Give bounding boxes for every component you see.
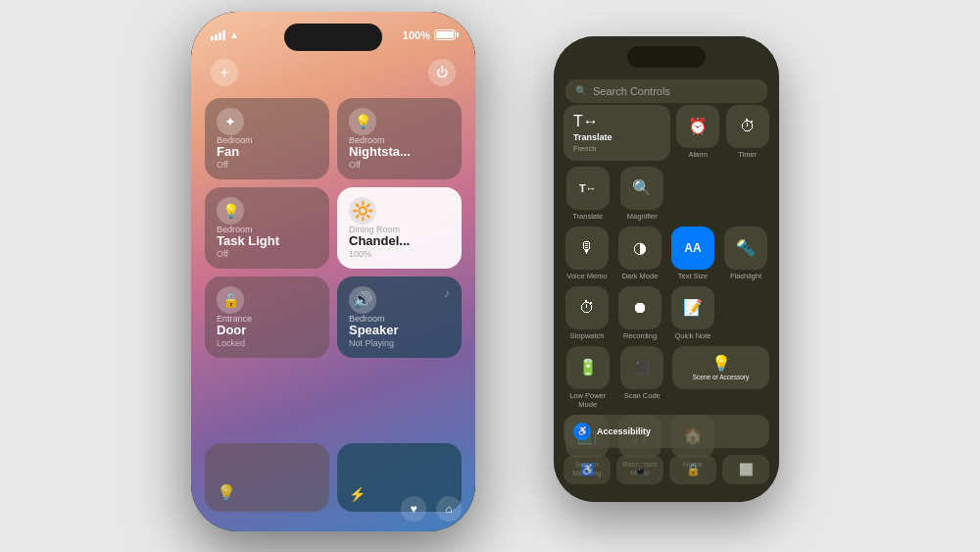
row-translate: T↔ Translate French ⏰ Alarm ⏱ xyxy=(564,105,769,161)
tile-name: Fan xyxy=(217,145,318,159)
access-btn-4[interactable]: ⬜ xyxy=(722,455,769,484)
dynamic-island xyxy=(284,24,382,51)
flashlight-icon: 🔦 xyxy=(736,238,756,257)
tile-top: ✦ xyxy=(217,108,318,135)
translate2-icon: T↔ xyxy=(579,182,597,194)
chandelier-icon: 🔆 xyxy=(349,197,376,225)
scene-button[interactable]: 💡 Scene or Accessory xyxy=(672,346,769,389)
low-power-icon: 🔋 xyxy=(578,358,598,376)
ctrl-voice-memo: 🎙 Voice Memo xyxy=(564,226,611,280)
tile-bottom: Bedroom Nightsta... Off xyxy=(349,135,450,170)
scan-code-button[interactable]: ⬛ xyxy=(620,346,663,389)
ctrl-text-size: AA Text Size xyxy=(669,226,716,280)
magnifier-button[interactable]: 🔍 xyxy=(620,167,663,210)
wifi-icon: ▲ xyxy=(229,29,239,40)
power-button[interactable]: ⏻ xyxy=(428,59,456,86)
translate2-button[interactable]: T↔ xyxy=(566,167,610,210)
phone2-device: 🔍 Search Controls T↔ Translate French ⏰ xyxy=(554,36,779,502)
accessibility-bottom-row: ♿ 📱 🔒 ⬜ xyxy=(564,455,769,484)
row-translate-magnifier: T↔ Translate 🔍 Magnifier xyxy=(564,167,769,221)
status-right: 100% xyxy=(403,29,456,41)
tile-bedroom-tasklight[interactable]: 💡 Bedroom Task Light Off xyxy=(205,187,329,269)
tile-name: Door xyxy=(217,324,318,337)
ctrl-flashlight: 🔦 Flashlight xyxy=(722,226,769,280)
ctrl-translate[interactable]: T↔ Translate French xyxy=(564,105,670,161)
low-power-button[interactable]: 🔋 xyxy=(566,346,610,389)
tile-dining-chandelier[interactable]: 🔆 Dining Room Chandel... 100% xyxy=(337,187,462,269)
ctrl-scan-code: ⬛ Scan Code xyxy=(618,346,667,400)
translate-icon: T↔ xyxy=(573,113,661,130)
signal-bar-4 xyxy=(222,30,225,40)
dark-mode-button[interactable]: ◑ xyxy=(618,226,662,270)
voice-memo-label: Voice Memo xyxy=(566,272,607,280)
tile-state: 100% xyxy=(349,249,450,259)
music-note-icon: ♪ xyxy=(444,286,450,300)
tile-bedroom-fan[interactable]: ✦ Bedroom Fan Off xyxy=(205,98,329,179)
tile-label: Bedroom xyxy=(349,314,450,325)
flashlight-button[interactable]: 🔦 xyxy=(724,226,767,270)
timer-icon: ⏱ xyxy=(740,118,756,135)
stopwatch-button[interactable]: ⏱ xyxy=(565,286,609,329)
scan-code-label: Scan Code xyxy=(624,391,661,400)
magnifier-icon: 🔍 xyxy=(632,178,652,197)
text-size-icon: AA xyxy=(684,241,701,255)
tile-bedroom-speaker[interactable]: 🔊 ♪ Bedroom Speaker Not Playing xyxy=(337,276,462,358)
accessibility-bar[interactable]: ♿ Accessibility xyxy=(564,415,769,448)
light-icon: 💡 xyxy=(349,108,376,135)
tile-state: Off xyxy=(217,249,318,259)
text-size-label: Text Size xyxy=(678,272,708,280)
access-btn-3[interactable]: 🔒 xyxy=(669,455,716,484)
battery-percent: 100% xyxy=(403,29,430,41)
row-voice-dark-text-flash: 🎙 Voice Memo ◑ Dark Mode AA xyxy=(564,226,769,280)
voice-memo-button[interactable]: 🎙 xyxy=(565,226,609,270)
ctrl-magnifier: 🔍 Magnifier xyxy=(618,167,667,221)
tile-top: 💡 xyxy=(217,197,318,225)
tile-label: Bedroom xyxy=(217,225,318,235)
speaker-icon: 🔊 xyxy=(349,286,376,314)
ctrl-low-power: 🔋 Low Power Mode xyxy=(564,346,612,409)
access-btn-1[interactable]: ♿ xyxy=(564,455,611,484)
row-stopwatch-recording: ⏱ Stopwatch ⏺ Recording 📝 xyxy=(564,286,769,340)
heart-icon: ♥ xyxy=(401,496,426,522)
accessibility-icon: ♿ xyxy=(573,423,591,440)
tile-name: Chandel... xyxy=(349,234,450,248)
home-icon[interactable]: ⌂ xyxy=(436,496,462,522)
add-button[interactable]: + xyxy=(211,59,238,86)
lock-icon: 🔒 xyxy=(217,286,244,314)
tile-name: Task Light xyxy=(217,234,318,248)
phone1-bottom-bar: ♥ ⌂ xyxy=(205,496,462,522)
tile-label: Bedroom xyxy=(349,135,450,146)
phone1-screen: ▲ 100% + ⏻ xyxy=(191,12,475,531)
tile-entrance-door[interactable]: 🔒 Entrance Door Locked xyxy=(205,276,329,358)
text-size-button[interactable]: AA xyxy=(671,226,714,270)
recording-button[interactable]: ⏺ xyxy=(618,286,662,329)
phone2-container: 🔍 Search Controls T↔ Translate French ⏰ xyxy=(554,36,789,517)
tile-bottom: Bedroom Fan Off xyxy=(217,135,318,170)
dark-mode-icon: ◑ xyxy=(633,238,647,257)
tile-bedroom-nightstand[interactable]: 💡 Bedroom Nightsta... Off xyxy=(337,98,462,179)
tile-bottom: Bedroom Task Light Off xyxy=(217,225,318,259)
scene-icon: 💡 xyxy=(711,354,731,373)
translate-sub: French xyxy=(573,144,661,153)
access-btn-2[interactable]: 📱 xyxy=(616,455,663,484)
ctrl-scene: 💡 Scene or Accessory xyxy=(672,346,769,389)
ctrl-dark-mode: ◑ Dark Mode xyxy=(616,226,663,280)
search-placeholder: Search Controls xyxy=(593,85,670,97)
phone1-device: ▲ 100% + ⏻ xyxy=(191,12,475,531)
fan-icon: ✦ xyxy=(217,108,244,135)
status-left: ▲ xyxy=(211,29,239,40)
tile-label: Bedroom xyxy=(217,135,318,146)
tile-name: Speaker xyxy=(349,324,450,337)
tile-top: 🔆 xyxy=(349,197,450,225)
dark-mode-label: Dark Mode xyxy=(622,272,659,280)
timer-label: Timer xyxy=(738,150,757,159)
quick-note-button[interactable]: 📝 xyxy=(671,286,714,329)
accessibility-label: Accessibility xyxy=(597,427,651,436)
tile-state: Locked xyxy=(217,338,318,348)
ctrl-quick-note: 📝 Quick Note xyxy=(669,286,716,340)
ctrl-timer: ⏱ Timer xyxy=(726,105,770,161)
search-controls-bar[interactable]: 🔍 Search Controls xyxy=(565,79,767,103)
stopwatch-label: Stopwatch xyxy=(569,331,604,340)
alarm-button[interactable]: ⏰ xyxy=(676,105,719,148)
timer-button[interactable]: ⏱ xyxy=(726,105,769,148)
